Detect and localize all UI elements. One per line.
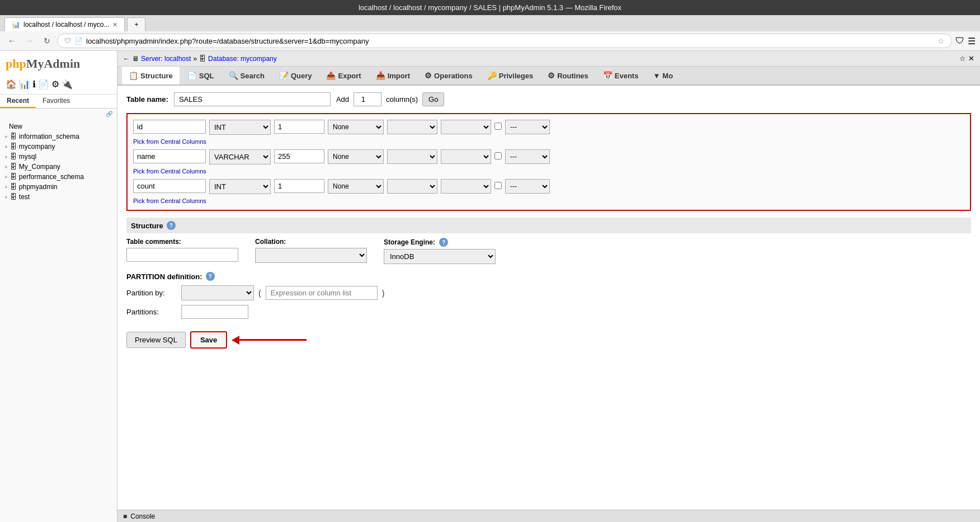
column-length-name[interactable] <box>274 149 324 163</box>
settings-icon[interactable]: ⚙ <box>51 79 59 90</box>
sidebar-tab-recent[interactable]: Recent <box>0 95 36 108</box>
db-item-mysql[interactable]: + 🗄 mysql <box>0 152 117 162</box>
preview-sql-button[interactable]: Preview SQL <box>126 332 186 348</box>
db-item-mycompany[interactable]: + 🗄 mycompany <box>0 142 117 152</box>
db-icon: 🗄 <box>10 173 17 181</box>
column-type-count[interactable]: INT VARCHAR TEXT DATE <box>209 179 271 194</box>
sidebar-link-icon[interactable]: 🔗 <box>0 109 117 119</box>
column-collation-count[interactable] <box>387 179 437 194</box>
column-type-id[interactable]: INT VARCHAR TEXT DATE <box>209 120 271 135</box>
storage-engine-group: Storage Engine: ? InnoDB MyISAM MEMORY C… <box>384 238 496 264</box>
sidebar-tab-favorites[interactable]: Favorites <box>36 95 77 108</box>
column-null-count[interactable] <box>494 182 502 189</box>
breadcrumb-server-link[interactable]: Server: localhost <box>141 55 191 63</box>
save-button[interactable]: Save <box>190 331 227 349</box>
active-tab[interactable]: 📊 localhost / localhost / myco... ✕ <box>4 17 125 31</box>
column-attributes-count[interactable] <box>441 179 491 194</box>
breadcrumb-db-link[interactable]: Database: mycompany <box>208 55 277 63</box>
column-null-id[interactable] <box>494 123 502 130</box>
db-icon: 🗄 <box>10 193 17 201</box>
add-columns-input[interactable] <box>354 92 381 106</box>
table-name-input[interactable] <box>174 92 331 106</box>
partition-by-select[interactable]: HASH KEY LIST RANGE <box>181 285 254 300</box>
column-null-name[interactable] <box>494 152 502 159</box>
privileges-icon: 🔑 <box>487 71 497 80</box>
breadcrumb-close-icon[interactable]: ✕ <box>968 54 974 63</box>
info-icon[interactable]: ℹ <box>32 79 36 90</box>
db-item-phpmyadmin[interactable]: + 🗄 phpmyadmin <box>0 182 117 192</box>
tab-routines[interactable]: ⚙ Routines <box>541 67 595 86</box>
pick-central-name[interactable]: Pick from Central Columns <box>133 168 964 175</box>
partition-help-icon[interactable]: ? <box>206 272 215 281</box>
column-index-id[interactable]: --- PRIMARY UNIQUE INDEX <box>505 120 550 134</box>
new-tab-button[interactable]: + <box>127 17 145 31</box>
db-item-test[interactable]: + 🗄 test <box>0 192 117 202</box>
column-collation-name[interactable] <box>387 149 437 164</box>
column-name-name[interactable] <box>133 149 206 163</box>
tab-privileges[interactable]: 🔑 Privileges <box>480 67 540 86</box>
breadcrumb-star-icon[interactable]: ☆ <box>959 54 966 63</box>
home-icon[interactable]: 🏠 <box>6 79 17 90</box>
column-row-name: VARCHAR INT TEXT DATE None As defined NU… <box>133 149 964 175</box>
db-icon: 🗄 <box>10 153 17 161</box>
column-name-id[interactable] <box>133 120 206 134</box>
table-comments-input[interactable] <box>126 248 238 262</box>
column-attributes-id[interactable] <box>441 120 491 134</box>
url-input[interactable] <box>86 37 934 45</box>
partitions-input[interactable] <box>181 305 248 319</box>
column-row-id: INT VARCHAR TEXT DATE None As defined NU… <box>133 120 964 145</box>
table-options-row: Table comments: Collation: utf8_general_… <box>126 238 971 264</box>
column-collation-id[interactable] <box>387 120 437 134</box>
tab-structure[interactable]: 📋 Structure <box>122 67 180 86</box>
forward-button[interactable]: → <box>22 35 37 46</box>
tab-more[interactable]: ▼ Mo <box>646 67 680 86</box>
column-default-count[interactable]: None As defined NULL <box>328 179 384 194</box>
plugin-icon[interactable]: 🔌 <box>62 79 73 90</box>
db-item-mycompany2[interactable]: + 🗄 My_Company <box>0 162 117 172</box>
breadcrumb-back-icon[interactable]: ← <box>123 55 130 63</box>
storage-engine-select[interactable]: InnoDB MyISAM MEMORY CSV <box>384 249 496 264</box>
db-item-information-schema[interactable]: + 🗄 information_schema <box>0 131 117 142</box>
column-attributes-name[interactable] <box>441 149 491 164</box>
tab-sql[interactable]: 📄 SQL <box>181 67 221 86</box>
partition-title: PARTITION definition: ? <box>126 272 971 281</box>
sidebar-icon-row: 🏠 📊 ℹ 📄 ⚙ 🔌 <box>0 77 117 95</box>
partition-expr-input[interactable] <box>266 286 378 300</box>
column-length-count[interactable] <box>274 179 324 193</box>
console-bar[interactable]: ■ Console <box>117 510 980 522</box>
tab-export[interactable]: 📤 Export <box>319 67 368 86</box>
structure-help-icon[interactable]: ? <box>167 221 176 230</box>
column-type-name[interactable]: VARCHAR INT TEXT DATE <box>209 149 271 164</box>
doc-icon[interactable]: 📄 <box>38 79 49 90</box>
back-button[interactable]: ← <box>4 35 19 46</box>
db-item-new[interactable]: New <box>0 121 117 131</box>
tab-query[interactable]: 📝 Query <box>272 67 319 86</box>
tab-operations[interactable]: ⚙ Operations <box>418 67 479 86</box>
tab-search[interactable]: 🔍 Search <box>222 67 271 86</box>
reload-button[interactable]: ↻ <box>40 35 54 46</box>
menu-icon[interactable]: ☰ <box>968 36 976 46</box>
pick-central-id[interactable]: Pick from Central Columns <box>133 138 964 145</box>
db-item-performance-schema[interactable]: + 🗄 performance_schema <box>0 172 117 182</box>
column-index-count[interactable]: --- PRIMARY UNIQUE INDEX <box>505 179 550 194</box>
storage-help-icon[interactable]: ? <box>439 238 448 247</box>
column-name-count[interactable] <box>133 179 206 193</box>
tab-close-button[interactable]: ✕ <box>112 21 117 29</box>
column-default-name[interactable]: None As defined NULL <box>328 149 384 164</box>
pick-central-count[interactable]: Pick from Central Columns <box>133 197 964 204</box>
browser-titlebar: localhost / localhost / mycompany / SALE… <box>0 0 980 15</box>
collation-select[interactable]: utf8_general_ci utf8mb4_unicode_ci <box>255 248 367 263</box>
column-length-id[interactable] <box>274 120 324 134</box>
open-paren: ( <box>258 289 261 298</box>
go-button[interactable]: Go <box>422 92 444 106</box>
address-bar[interactable]: 🛡 📄 ☆ <box>57 34 952 48</box>
column-index-name[interactable]: --- PRIMARY UNIQUE INDEX <box>505 149 550 164</box>
tab-events[interactable]: 📅 Events <box>596 67 646 86</box>
bookmark-icon[interactable]: ☆ <box>937 36 945 45</box>
events-icon: 📅 <box>603 71 613 80</box>
content-area: ← 🖥 Server: localhost » 🗄 Database: myco… <box>117 51 980 522</box>
column-default-id[interactable]: None As defined NULL CURRENT_TIMESTAMP <box>328 120 384 134</box>
table-comments-group: Table comments: <box>126 238 238 262</box>
tab-import[interactable]: 📥 Import <box>369 67 417 86</box>
chart-icon[interactable]: 📊 <box>19 79 30 90</box>
